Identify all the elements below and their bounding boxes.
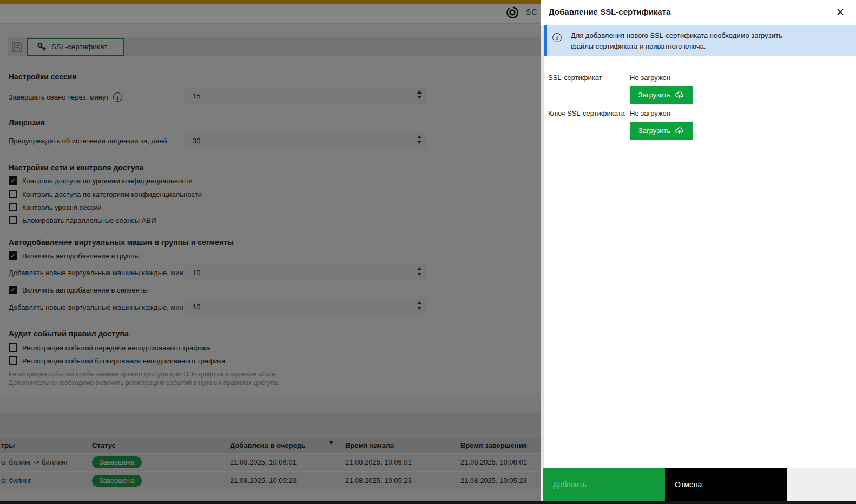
ssl-cert-label: SSL-сертификат [548, 74, 602, 82]
info-banner-text: Для добавления нового SSL-сертификата не… [571, 30, 804, 52]
upload-button-label: Загрузить [638, 91, 670, 99]
panel-title: Добавление SSL-сертификата [549, 7, 670, 16]
upload-key-button[interactable]: Загрузить [630, 122, 693, 140]
bottom-edge-bar [0, 501, 856, 504]
cancel-button[interactable]: Отмена [665, 468, 787, 501]
cloud-upload-icon [675, 90, 684, 100]
info-icon: i [552, 33, 562, 42]
ssl-cert-status: Не загружен [630, 74, 670, 82]
panel-footer: Добавить Отмена [541, 468, 856, 501]
cloud-upload-icon [675, 126, 684, 135]
panel-scrollbar[interactable] [541, 25, 544, 501]
upload-button-label: Загрузить [638, 127, 670, 135]
close-icon[interactable]: ✕ [833, 5, 847, 19]
ssl-key-label: Ключ SSL-сертификата [548, 109, 625, 117]
add-button[interactable]: Добавить [543, 468, 665, 501]
modal-dim-overlay [0, 0, 541, 504]
upload-certificate-button[interactable]: Загрузить [630, 86, 693, 104]
panel-header: Добавление SSL-сертификата ✕ [541, 0, 856, 24]
app-screen: SC C SSL-сертификат [0, 0, 856, 504]
ssl-key-status: Не загружен [630, 109, 670, 117]
info-banner: i Для добавления нового SSL-сертификата … [544, 25, 856, 56]
add-ssl-certificate-panel: Добавление SSL-сертификата ✕ i Для добав… [541, 0, 856, 504]
